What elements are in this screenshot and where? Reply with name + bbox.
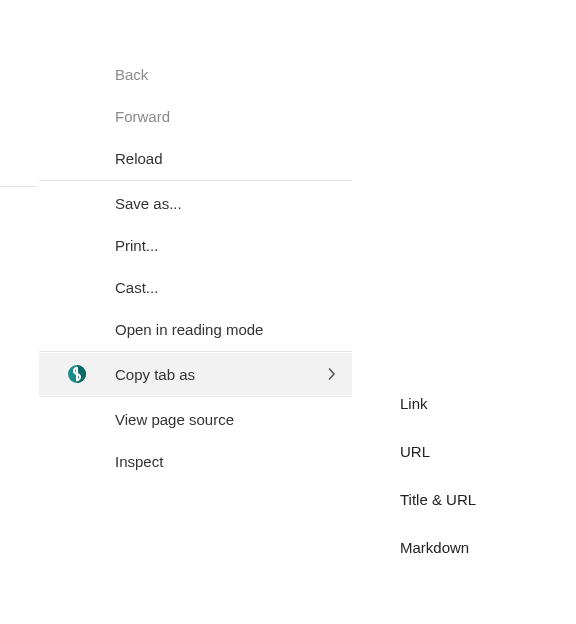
submenu-item-link[interactable]: Link	[400, 379, 550, 427]
menu-item-cast[interactable]: Cast...	[39, 266, 352, 308]
menu-item-label: Cast...	[115, 279, 158, 296]
menu-item-label: Forward	[115, 108, 170, 125]
submenu-item-label: Title & URL	[400, 491, 476, 508]
chevron-right-icon	[328, 368, 336, 380]
submenu-item-label: Markdown	[400, 539, 469, 556]
menu-separator	[39, 396, 352, 397]
submenu-item-title-url[interactable]: Title & URL	[400, 475, 550, 523]
menu-item-reload[interactable]: Reload	[39, 137, 352, 179]
menu-item-print[interactable]: Print...	[39, 224, 352, 266]
menu-item-inspect[interactable]: Inspect	[39, 440, 352, 482]
submenu-item-label: URL	[400, 443, 430, 460]
menu-item-label: Open in reading mode	[115, 321, 263, 338]
menu-item-label: Copy tab as	[115, 366, 195, 383]
submenu-item-url[interactable]: URL	[400, 427, 550, 475]
menu-item-back[interactable]: Back	[39, 53, 352, 95]
menu-item-label: Reload	[115, 150, 163, 167]
page-divider	[0, 186, 36, 187]
menu-item-label: Save as...	[115, 195, 182, 212]
menu-item-reading-mode[interactable]: Open in reading mode	[39, 308, 352, 350]
context-menu: Back Forward Reload Save as... Print... …	[39, 53, 352, 482]
menu-item-label: Inspect	[115, 453, 163, 470]
submenu-item-label: Link	[400, 395, 428, 412]
submenu-item-markdown[interactable]: Markdown	[400, 523, 550, 571]
menu-item-save-as[interactable]: Save as...	[39, 182, 352, 224]
menu-item-label: Back	[115, 66, 148, 83]
menu-item-label: View page source	[115, 411, 234, 428]
context-submenu: Link URL Title & URL Markdown	[400, 379, 550, 571]
extension-icon	[67, 364, 87, 384]
menu-item-copy-tab-as[interactable]: Copy tab as	[39, 353, 352, 395]
menu-separator	[39, 180, 352, 181]
menu-item-view-source[interactable]: View page source	[39, 398, 352, 440]
menu-separator	[39, 351, 352, 352]
menu-item-forward[interactable]: Forward	[39, 95, 352, 137]
menu-item-label: Print...	[115, 237, 158, 254]
